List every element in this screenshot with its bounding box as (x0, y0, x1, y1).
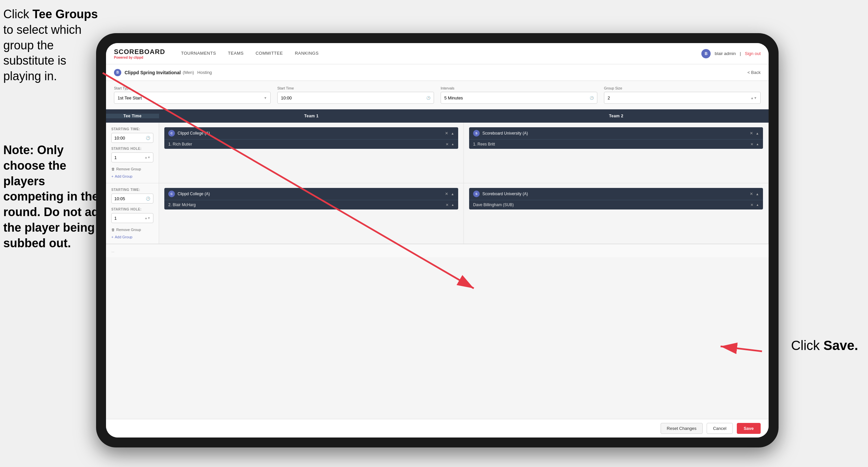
group-2-team1-remove-icon[interactable]: ✕ (445, 192, 448, 196)
plus-icon-2: + (111, 235, 113, 239)
group-1-starting-time-label: STARTING TIME: (111, 127, 153, 131)
cancel-button[interactable]: Cancel (707, 423, 733, 434)
group-2-starting-time-input[interactable]: 10:05 🕐 (111, 194, 153, 204)
intervals-input[interactable]: 5 Minutes 🕐 (441, 92, 597, 104)
trash-icon: 🗑 (111, 167, 115, 171)
nav-rankings[interactable]: RANKINGS (289, 43, 325, 64)
partial-row-indicator: ... (111, 249, 114, 253)
nav-tournaments[interactable]: TOURNAMENTS (175, 43, 222, 64)
group-size-chevron-icon: ▲▼ (750, 96, 757, 100)
group-2-team2-player-1: Dave Billingham (SUB) ✕ ▲ (469, 200, 763, 209)
group-2-team2-icon: S (473, 191, 480, 197)
group-2-starting-hole-input[interactable]: 1 ▲▼ (111, 213, 153, 223)
group-2-team1-name: Clippd College (A) (178, 192, 442, 196)
group-size-input[interactable]: 2 ▲▼ (604, 92, 761, 104)
group-1-team2-expand-icon[interactable]: ▲ (756, 132, 759, 135)
group-2-team2-player-1-remove-icon[interactable]: ✕ (750, 203, 753, 207)
group-1-team2-remove-icon[interactable]: ✕ (750, 131, 753, 136)
hole-chevron-icon: ▲▼ (145, 156, 150, 159)
reset-changes-button[interactable]: Reset Changes (661, 423, 703, 434)
nav-items: TOURNAMENTS TEAMS COMMITTEE RANKINGS (175, 43, 324, 64)
nav-committee[interactable]: COMMITTEE (249, 43, 289, 64)
group-2-remove-button[interactable]: 🗑 Remove Group (111, 228, 153, 232)
instruction-bottom: Note: Only choose the players competing … (3, 143, 106, 251)
men-label: (Men) (183, 70, 194, 75)
group-row-3-partial: ... (106, 244, 769, 257)
admin-avatar: B (701, 49, 711, 58)
start-type-input[interactable]: 1st Tee Start ▼ (114, 92, 271, 104)
group-2-team2-col: S Scoreboard University (A) ✕ ▲ Dave Bil… (464, 183, 769, 243)
group-1-remove-button[interactable]: 🗑 Remove Group (111, 167, 153, 171)
group-2-add-group-button[interactable]: + Add Group (111, 235, 153, 239)
group-1-team1-header: C Clippd College (A) ✕ ▲ (164, 127, 458, 139)
tablet-screen: SCOREBOARD Powered by clippd TOURNAMENTS… (106, 43, 769, 438)
group-2-team2-header: S Scoreboard University (A) ✕ ▲ (469, 188, 763, 200)
group-1-team1-expand-icon[interactable]: ▲ (451, 132, 454, 135)
group-1-add-group-button[interactable]: + Add Group (111, 174, 153, 178)
group-1-team1-player-1-expand-icon[interactable]: ▲ (451, 143, 454, 146)
group-1-starting-hole-label: STARTING HOLE: (111, 147, 153, 150)
group-2-team1-col: C Clippd College (A) ✕ ▲ 2. Blair McHarg… (159, 183, 464, 243)
sign-out-link[interactable]: Sign out (745, 51, 761, 56)
group-1-starting-time-input[interactable]: 10:00 🕐 (111, 133, 153, 143)
group-2-starting-hole-label: STARTING HOLE: (111, 207, 153, 211)
th-team1: Team 1 (159, 114, 464, 118)
group-1-team2-player-1-name: 1. Rees Britt (473, 142, 748, 146)
schedule-table: Tee Time Team 1 Team 2 STARTING TIME: 10… (106, 109, 769, 419)
group-size-label: Group Size (604, 86, 761, 90)
intervals-clock-icon: 🕐 (590, 96, 594, 100)
back-button[interactable]: < Back (747, 70, 761, 75)
th-tee-time: Tee Time (106, 114, 159, 118)
group-2-team2-player-1-name: Dave Billingham (SUB) (473, 203, 748, 207)
logo-scoreboard: SCOREBOARD (114, 48, 165, 56)
group-2-team2-player-1-expand-icon[interactable]: ▲ (756, 203, 759, 206)
group-1-team2-icon: S (473, 130, 480, 137)
admin-label: blair admin (715, 51, 736, 56)
group-2-team1-player-1-remove-icon[interactable]: ✕ (445, 203, 448, 207)
group-2-team2-name: Scoreboard University (A) (483, 192, 747, 196)
group-2-team1-player-1-expand-icon[interactable]: ▲ (451, 203, 454, 206)
sub-header: B Clippd Spring Invitational (Men) Hosti… (106, 64, 769, 81)
group-1-starting-hole-input[interactable]: 1 ▲▼ (111, 152, 153, 163)
nav-teams[interactable]: TEAMS (222, 43, 249, 64)
trash-icon-2: 🗑 (111, 228, 115, 232)
group-2-team1-expand-icon[interactable]: ▲ (451, 192, 454, 196)
group-size-field: Group Size 2 ▲▼ (604, 86, 761, 104)
group-1-team2-name: Scoreboard University (A) (483, 131, 747, 136)
nav-right: B blair admin | Sign out (701, 49, 761, 58)
group-2-team2-remove-icon[interactable]: ✕ (750, 192, 753, 196)
group-row-1: STARTING TIME: 10:00 🕐 STARTING HOLE: 1 … (106, 123, 769, 183)
group-2-team2-expand-icon[interactable]: ▲ (756, 192, 759, 196)
group-1-team1-remove-icon[interactable]: ✕ (445, 131, 448, 136)
start-time-input[interactable]: 10:00 🕐 (277, 92, 434, 104)
group-1-team2-player-1-expand-icon[interactable]: ▲ (756, 143, 759, 146)
group-1-team1-name: Clippd College (A) (178, 131, 442, 136)
group-1-team2-col: S Scoreboard University (A) ✕ ▲ 1. Rees … (464, 123, 769, 183)
time-clock-icon-2: 🕐 (146, 197, 150, 201)
hole-chevron-icon-2: ▲▼ (145, 216, 150, 220)
start-time-clock-icon: 🕐 (426, 96, 430, 100)
group-row-2: STARTING TIME: 10:05 🕐 STARTING HOLE: 1 … (106, 183, 769, 244)
start-time-field: Start Time 10:00 🕐 (277, 86, 434, 104)
start-time-label: Start Time (277, 86, 434, 90)
time-clock-icon: 🕐 (146, 136, 150, 140)
start-type-chevron-icon: ▼ (264, 96, 267, 100)
plus-icon: + (111, 174, 113, 178)
group-1-team1-player-1-remove-icon[interactable]: ✕ (445, 142, 448, 146)
instruction-note-bold: Note: Only choose the players competing … (3, 143, 106, 250)
intervals-label: Intervals (441, 86, 597, 90)
group-1-time-col: STARTING TIME: 10:00 🕐 STARTING HOLE: 1 … (106, 123, 159, 183)
instruction-save-bold: Save. (823, 338, 858, 353)
group-2-team2-entry: S Scoreboard University (A) ✕ ▲ Dave Bil… (469, 188, 763, 209)
save-button[interactable]: Save (737, 423, 761, 434)
group-1-team1-player-1-name: 1. Rich Butler (168, 142, 443, 146)
group-1-team2-entry: S Scoreboard University (A) ✕ ▲ 1. Rees … (469, 127, 763, 149)
settings-area: Start Type 1st Tee Start ▼ Start Time 10… (106, 81, 769, 109)
group-2-team1-player-1-name: 2. Blair McHarg (168, 203, 443, 207)
group-2-team1-entry: C Clippd College (A) ✕ ▲ 2. Blair McHarg… (164, 188, 458, 209)
tablet-device: SCOREBOARD Powered by clippd TOURNAMENTS… (96, 33, 779, 447)
separator: | (740, 51, 741, 56)
intervals-field: Intervals 5 Minutes 🕐 (441, 86, 597, 104)
group-1-team2-player-1-remove-icon[interactable]: ✕ (750, 142, 753, 146)
table-header: Tee Time Team 1 Team 2 (106, 109, 769, 123)
